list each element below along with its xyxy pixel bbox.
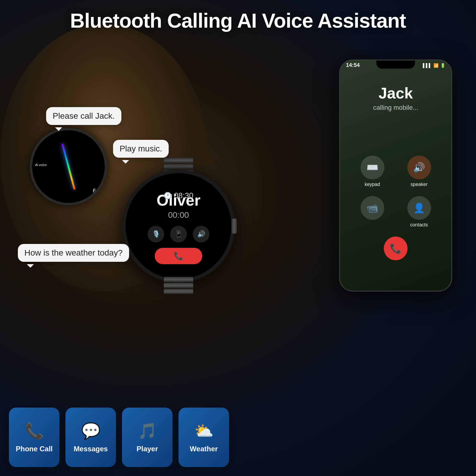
watch-wrist-face: Ai voice 6: [32, 130, 105, 203]
phone-caller-name: Jack: [340, 84, 451, 102]
watch-main-time-display: 🕐 08:30: [164, 191, 193, 200]
feature-card-phone-call[interactable]: 📞 Phone Call: [9, 408, 60, 467]
watch-wrist-number: 6: [93, 188, 96, 194]
phone-caller-status: calling mobile...: [340, 104, 451, 112]
watch-end-call-button[interactable]: 📞: [155, 248, 202, 264]
feature-icon-0: 📞: [25, 422, 44, 440]
watch-main-body: 🕐 08:30 Oliver 00:00 🎙️ 📱 🔊 📞: [122, 170, 235, 283]
video-icon-circle: 📹: [361, 196, 384, 220]
watch-main-face: 🕐 08:30 Oliver 00:00 🎙️ 📱 🔊 📞: [126, 173, 231, 279]
clock-icon: 🕐: [164, 192, 172, 200]
speaker-icon: 🔊: [413, 162, 425, 173]
feature-icon-2: 🎵: [138, 422, 157, 440]
watch-main-time-text: 08:30: [174, 191, 193, 200]
phone-caller-area: Jack calling mobile...: [340, 84, 451, 112]
speech-bubble-call: Please call Jack.: [46, 107, 121, 125]
phone-status-icons: ▌▌▌ 📶 🔋: [423, 63, 445, 68]
watch-call-duration: 00:00: [168, 210, 189, 220]
feature-label-3: Weather: [190, 445, 218, 453]
features-bar: 📞 Phone Call 💬 Messages 🎵 Player ⛅ Weath…: [9, 408, 229, 467]
watch-wrist-body: Ai voice 6: [30, 128, 107, 205]
watch-speaker-button[interactable]: 🔊: [193, 226, 209, 242]
watch-wrist: Ai voice 6: [30, 128, 113, 211]
contacts-icon: 👤: [413, 202, 425, 214]
feature-card-weather[interactable]: ⛅ Weather: [178, 408, 229, 467]
video-icon: 📹: [367, 202, 378, 214]
contacts-icon-circle: 👤: [407, 196, 431, 220]
phone-end-call-button[interactable]: 📞: [384, 237, 408, 260]
contacts-label: contacts: [410, 222, 428, 228]
watch-phone-button[interactable]: 📱: [170, 226, 187, 242]
video-button[interactable]: 📹: [361, 196, 384, 228]
phone-screen: 14:54 ▌▌▌ 📶 🔋 Jack calling mobile... ⌨️: [340, 60, 451, 291]
ai-voice-beam: [61, 143, 75, 190]
feature-card-player[interactable]: 🎵 Player: [122, 408, 173, 467]
watch-crown[interactable]: [231, 219, 237, 234]
feature-label-0: Phone Call: [16, 445, 53, 453]
keypad-label: keypad: [365, 182, 380, 187]
phone-time: 14:54: [346, 62, 360, 68]
header: Bluetooth Calling AI Voice Assistant: [0, 9, 476, 32]
wifi-icon: 📶: [433, 63, 439, 68]
speaker-label: speaker: [411, 182, 428, 187]
speaker-icon-circle: 🔊: [407, 156, 431, 179]
feature-label-2: Player: [137, 445, 158, 453]
keypad-button[interactable]: ⌨️ keypad: [361, 156, 384, 187]
speaker-button[interactable]: 🔊 speaker: [407, 156, 431, 187]
speech-bubble-music: Play music.: [113, 140, 169, 158]
phone-controls: ⌨️ keypad 🔊 speaker 📹: [340, 156, 451, 260]
contacts-button[interactable]: 👤 contacts: [407, 196, 431, 228]
feature-icon-3: ⛅: [194, 422, 214, 440]
phone-controls-row2: 📹 👤 contacts: [349, 196, 442, 228]
ai-voice-label: Ai voice: [35, 163, 47, 167]
speech-bubble-weather: How is the weather today?: [18, 244, 129, 262]
phone: 14:54 ▌▌▌ 📶 🔋 Jack calling mobile... ⌨️: [339, 60, 452, 292]
keypad-icon: ⌨️: [367, 162, 378, 173]
phone-body: 14:54 ▌▌▌ 📶 🔋 Jack calling mobile... ⌨️: [339, 60, 452, 292]
end-call-icon: 📞: [390, 243, 402, 254]
feature-card-messages[interactable]: 💬 Messages: [65, 408, 116, 467]
feature-icon-1: 💬: [81, 422, 101, 440]
battery-icon: 🔋: [440, 63, 445, 68]
phone-status-bar: 14:54 ▌▌▌ 📶 🔋: [346, 62, 445, 68]
watch-call-controls: 🎙️ 📱 🔊: [148, 226, 209, 242]
page-title: Bluetooth Calling AI Voice Assistant: [0, 9, 476, 32]
watch-main: 🕐 08:30 Oliver 00:00 🎙️ 📱 🔊 📞: [116, 164, 241, 289]
watch-band-bottom: [164, 277, 193, 295]
signal-icon: ▌▌▌: [423, 63, 432, 68]
watch-mute-button[interactable]: 🎙️: [148, 226, 164, 242]
keypad-icon-circle: ⌨️: [361, 156, 384, 179]
feature-label-1: Messages: [74, 445, 108, 453]
phone-controls-row1: ⌨️ keypad 🔊 speaker: [349, 156, 442, 187]
